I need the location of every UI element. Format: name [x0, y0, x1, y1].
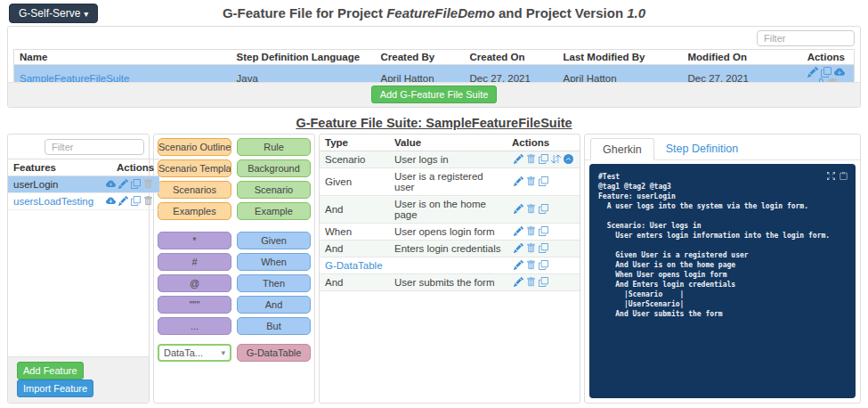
suite-heading: G-Feature File Suite: SampleFeatureFileS… — [0, 116, 868, 130]
add-g-feature-file-suite-button[interactable]: Add G-Feature File Suite — [371, 86, 498, 103]
col-name: Name — [14, 50, 231, 65]
col-created-on: Created On — [465, 50, 558, 65]
trash-icon[interactable] — [526, 154, 536, 164]
keyword-rule-button[interactable]: Rule — [237, 138, 311, 156]
datatable-select-value: DataTa... — [164, 347, 203, 358]
features-panel-footer: Add FeatureImport Feature — [8, 356, 149, 403]
features-filter-input[interactable] — [45, 139, 144, 155]
tab-step-definition[interactable]: Step Definition — [654, 138, 750, 159]
step-value: User logs in — [389, 151, 507, 168]
gherkin-tabs: Gherkin Step Definition — [585, 135, 860, 160]
fullscreen-icon[interactable] — [827, 172, 835, 180]
cloud-download-icon[interactable] — [106, 179, 116, 189]
step-type: Scenario — [320, 151, 389, 168]
edit-icon[interactable] — [514, 243, 523, 253]
copy-icon[interactable] — [131, 196, 141, 206]
copy-icon[interactable] — [821, 67, 831, 78]
title-middle: and Project Version — [495, 5, 627, 20]
keyword-given-button[interactable]: Given — [237, 232, 311, 249]
step-row-and-3[interactable]: And User submits the form — [320, 274, 580, 291]
gherkin-code-block: #Test @tag1 @tag2 @tag3 Feature: userLog… — [589, 164, 856, 398]
feature-name[interactable]: userLogin — [8, 176, 99, 193]
copy-icon[interactable] — [539, 277, 548, 287]
col-language: Step Definition Language — [231, 50, 376, 65]
edit-icon[interactable] — [118, 196, 128, 206]
copy-code-icon[interactable] — [840, 172, 848, 180]
feature-row-userlogin[interactable]: userLogin — [8, 176, 159, 193]
copy-icon[interactable] — [539, 260, 548, 270]
keyword-example-button[interactable]: Example — [237, 202, 311, 220]
col-features-actions: Actions — [99, 159, 159, 176]
symbol-at-button[interactable]: @ — [158, 274, 231, 292]
edit-icon[interactable] — [807, 67, 818, 78]
features-header-row: Features Actions — [8, 159, 159, 176]
suite-panel-footer: Add G-Feature File Suite — [8, 82, 860, 107]
gherkin-preview-panel: Gherkin Step Definition #Test @tag1 @tag… — [584, 134, 861, 404]
step-row-scenario[interactable]: Scenario User logs in — [320, 151, 580, 168]
copy-icon[interactable] — [539, 154, 548, 164]
step-row-and-2[interactable]: And Enters login credentials — [320, 241, 580, 257]
move-updown-icon[interactable] — [551, 154, 561, 164]
cloud-download-icon[interactable] — [834, 67, 845, 78]
keyword-examples-button[interactable]: Examples — [158, 202, 231, 220]
gherkin-code: #Test @tag1 @tag2 @tag3 Feature: userLog… — [598, 172, 847, 319]
scenario-header-row: Type Value Actions — [320, 135, 580, 151]
cloud-download-icon[interactable] — [106, 196, 116, 206]
edit-icon[interactable] — [514, 277, 523, 287]
scenario-steps-panel: Type Value Actions Scenario User logs in… — [319, 134, 580, 404]
keyword-background-button[interactable]: Background — [237, 159, 311, 177]
copy-icon[interactable] — [539, 204, 548, 214]
copy-icon[interactable] — [131, 179, 141, 189]
trash-icon[interactable] — [526, 243, 536, 253]
import-feature-button[interactable]: Import Feature — [17, 379, 93, 397]
datatable-select[interactable]: DataTa...▾ — [158, 344, 231, 362]
feature-row-usersloadtesting[interactable]: usersLoadTesting — [8, 193, 159, 210]
symbol-ellipsis-button[interactable]: ... — [158, 317, 231, 335]
trash-icon[interactable] — [526, 204, 536, 214]
col-value: Value — [389, 135, 507, 151]
edit-icon[interactable] — [514, 260, 523, 270]
edit-icon[interactable] — [514, 226, 523, 236]
trash-icon[interactable] — [526, 277, 536, 287]
keyword-scenarios-button[interactable]: Scenarios — [158, 181, 231, 199]
top-bar: G-Self-Serve▾ G-Feature File for Project… — [0, 0, 868, 25]
edit-icon[interactable] — [514, 204, 523, 214]
trash-icon[interactable] — [526, 260, 536, 270]
trash-icon[interactable] — [143, 196, 153, 206]
g-datatable-link[interactable]: G-DataTable — [325, 260, 383, 271]
keyword-and-button[interactable]: And — [237, 296, 311, 314]
copy-icon[interactable] — [539, 243, 548, 253]
step-type: When — [320, 224, 389, 241]
symbol-asterisk-button[interactable]: * — [158, 232, 231, 249]
step-value: User is on the home page — [389, 196, 507, 224]
edit-icon[interactable] — [514, 176, 523, 186]
keyword-then-button[interactable]: Then — [237, 274, 311, 292]
gherkin-keywords-panel: Scenario OutlineRule Scenario TemplateBa… — [153, 134, 315, 404]
step-row-and-1[interactable]: And User is on the home page — [320, 196, 580, 224]
symbol-hash-button[interactable]: # — [158, 253, 231, 271]
keyword-scenario-template-button[interactable]: Scenario Template — [158, 159, 231, 177]
trash-icon[interactable] — [143, 179, 153, 189]
trash-icon[interactable] — [526, 226, 536, 236]
step-row-given[interactable]: Given User is a registered user — [320, 168, 580, 196]
g-datatable-button[interactable]: G-DataTable — [237, 344, 311, 362]
step-row-g-datatable[interactable]: G-DataTable — [320, 257, 580, 274]
keyword-scenario-outline-button[interactable]: Scenario Outline — [158, 138, 231, 156]
feature-name-link[interactable]: usersLoadTesting — [13, 196, 93, 207]
edit-icon[interactable] — [118, 179, 128, 189]
suite-filter-input[interactable] — [757, 30, 855, 46]
copy-icon[interactable] — [539, 176, 548, 186]
step-row-when[interactable]: When User opens login form — [320, 224, 580, 241]
trash-icon[interactable] — [526, 176, 536, 186]
add-feature-button[interactable]: Add Feature — [17, 362, 84, 379]
tab-gherkin[interactable]: Gherkin — [590, 138, 654, 160]
edit-icon[interactable] — [514, 154, 523, 164]
keyword-when-button[interactable]: When — [237, 253, 311, 271]
page-title: G-Feature File for Project FeatureFileDe… — [0, 5, 868, 20]
keyword-but-button[interactable]: But — [237, 317, 311, 335]
caret-down-icon: ▾ — [222, 348, 226, 357]
copy-icon[interactable] — [539, 226, 548, 236]
collapse-icon[interactable] — [564, 154, 573, 164]
keyword-scenario-button[interactable]: Scenario — [237, 181, 311, 199]
symbol-docstring-button[interactable]: """ — [158, 296, 231, 314]
